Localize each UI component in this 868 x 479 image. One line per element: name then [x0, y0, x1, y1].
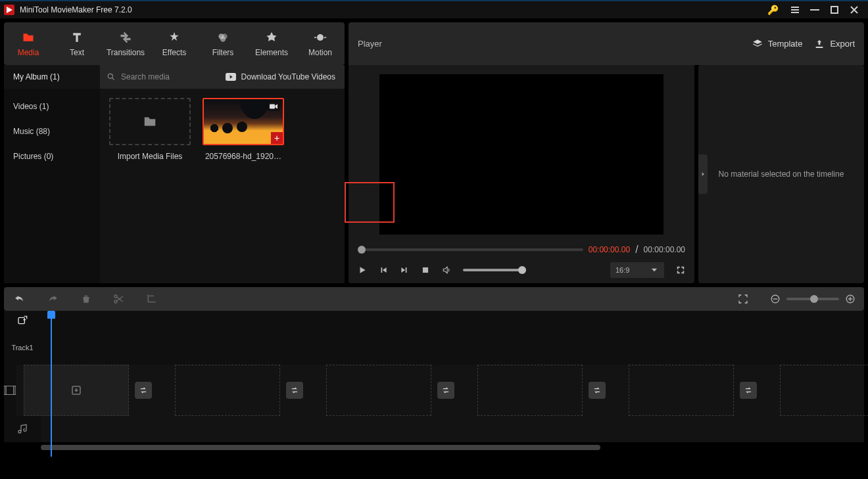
clip-slot[interactable] — [477, 365, 583, 416]
transition-slot[interactable] — [135, 382, 152, 399]
clip-name: 20576968-hd_1920… — [205, 152, 281, 161]
transition-slot[interactable] — [437, 382, 454, 399]
template-label: Template — [768, 39, 803, 49]
player-title: Player — [358, 39, 382, 49]
menu-button[interactable] — [785, 1, 805, 19]
svg-point-6 — [108, 74, 112, 78]
album-label[interactable]: My Album (1) — [4, 65, 100, 89]
timeline-scrollbar[interactable] — [41, 445, 864, 453]
audio-track-body[interactable] — [41, 416, 864, 442]
sidebar-item-pictures[interactable]: Pictures (0) — [4, 144, 100, 169]
fullscreen-icon — [676, 265, 685, 275]
properties-panel: No material selected on the timeline — [698, 65, 864, 283]
aspect-ratio-select[interactable]: 16:9 — [610, 262, 664, 278]
clip-slot[interactable] — [326, 365, 431, 416]
tab-elements[interactable]: Elements — [247, 22, 296, 65]
transition-slot[interactable] — [740, 382, 757, 399]
prev-frame-icon — [379, 265, 388, 275]
title-bar: MiniTool MovieMaker Free 7.2.0 🔑 — [0, 0, 868, 18]
timeline-toolbar — [4, 287, 864, 311]
folder-icon — [22, 31, 35, 44]
download-youtube-button[interactable]: Download YouTube Videos — [216, 72, 345, 81]
video-badge-icon — [267, 102, 280, 111]
svg-rect-1 — [831, 7, 838, 13]
chevron-down-icon — [650, 265, 659, 275]
add-to-timeline-button[interactable]: + — [271, 132, 283, 144]
undo-button[interactable] — [13, 294, 25, 304]
svg-rect-16 — [850, 297, 850, 302]
minimize-button[interactable] — [805, 1, 825, 19]
timeline-ruler[interactable] — [41, 311, 864, 365]
import-media-tile[interactable]: Import Media Files — [109, 98, 191, 161]
app-logo-icon — [4, 5, 14, 15]
tab-text[interactable]: Text — [53, 22, 101, 65]
close-button[interactable] — [844, 1, 864, 19]
add-track-button[interactable] — [4, 311, 41, 331]
prev-frame-button[interactable] — [379, 265, 388, 275]
search-placeholder: Search media — [121, 72, 170, 81]
clip-slot[interactable] — [24, 365, 129, 416]
audio-track-header[interactable] — [4, 416, 41, 442]
swap-icon — [139, 386, 148, 395]
timeline: Track1 — [4, 311, 864, 442]
stop-button[interactable] — [421, 265, 430, 275]
tab-media[interactable]: Media — [4, 22, 53, 65]
export-button[interactable]: Export — [814, 39, 855, 49]
play-button[interactable] — [358, 265, 367, 275]
next-frame-icon — [400, 265, 409, 275]
crop-button[interactable] — [146, 294, 157, 304]
text-icon — [70, 31, 84, 44]
maximize-button[interactable] — [825, 1, 844, 19]
playhead[interactable] — [47, 311, 55, 457]
tab-effects[interactable]: Effects — [150, 22, 199, 65]
app-title: MiniTool MovieMaker Free 7.2.0 — [20, 5, 132, 14]
volume-slider[interactable] — [463, 269, 526, 271]
media-library: My Album (1) Search media Download YouTu… — [4, 65, 345, 283]
svg-rect-8 — [270, 104, 275, 109]
redo-button[interactable] — [47, 294, 59, 304]
transition-slot[interactable] — [589, 382, 606, 399]
sidebar-item-music[interactable]: Music (88) — [4, 119, 100, 144]
clip-slot[interactable] — [629, 365, 734, 416]
clip-thumbnail: + — [203, 98, 284, 145]
template-button[interactable]: Template — [752, 39, 803, 49]
tab-transitions[interactable]: Transitions — [101, 22, 150, 65]
search-media[interactable]: Search media — [100, 72, 216, 81]
clip-slot[interactable] — [780, 365, 868, 416]
sidebar-item-videos[interactable]: Videos (1) — [4, 94, 100, 119]
svg-point-10 — [114, 295, 117, 298]
tab-motion[interactable]: Motion — [296, 22, 345, 65]
delete-button[interactable] — [82, 294, 91, 304]
tab-effects-label: Effects — [162, 48, 186, 57]
player-panel: 00:00:00.00 / 00:00:00.00 16:9 — [349, 65, 694, 283]
fit-timeline-button[interactable] — [738, 294, 748, 304]
unlock-icon[interactable]: 🔑 — [763, 1, 783, 19]
mute-button[interactable] — [442, 265, 451, 275]
svg-rect-9 — [423, 267, 428, 273]
next-frame-button[interactable] — [400, 265, 409, 275]
crop-icon — [146, 294, 157, 304]
zoom-slider[interactable] — [786, 298, 839, 300]
tab-transitions-label: Transitions — [107, 48, 145, 57]
split-button[interactable] — [113, 294, 124, 304]
scissors-icon — [113, 294, 124, 304]
video-track-header[interactable] — [4, 365, 16, 416]
effects-icon — [168, 31, 181, 44]
clip-slot[interactable] — [175, 365, 280, 416]
tab-filters[interactable]: Filters — [199, 22, 247, 65]
swap-icon — [744, 386, 753, 395]
preview-seek-bar[interactable] — [358, 248, 583, 251]
empty-state-text: No material selected on the timeline — [719, 170, 844, 179]
collapse-panel-button[interactable] — [698, 154, 708, 194]
svg-rect-17 — [18, 317, 24, 323]
transition-slot[interactable] — [286, 382, 303, 399]
player-header: Player Template Export — [349, 22, 864, 65]
fullscreen-button[interactable] — [676, 265, 685, 275]
zoom-in-button[interactable] — [846, 294, 855, 304]
preview-viewport[interactable] — [379, 74, 663, 235]
duration: 00:00:00.00 — [644, 245, 685, 254]
play-icon — [358, 265, 367, 275]
zoom-out-button[interactable] — [771, 294, 780, 304]
transitions-icon — [119, 31, 132, 44]
media-clip[interactable]: + 20576968-hd_1920… — [203, 98, 284, 161]
